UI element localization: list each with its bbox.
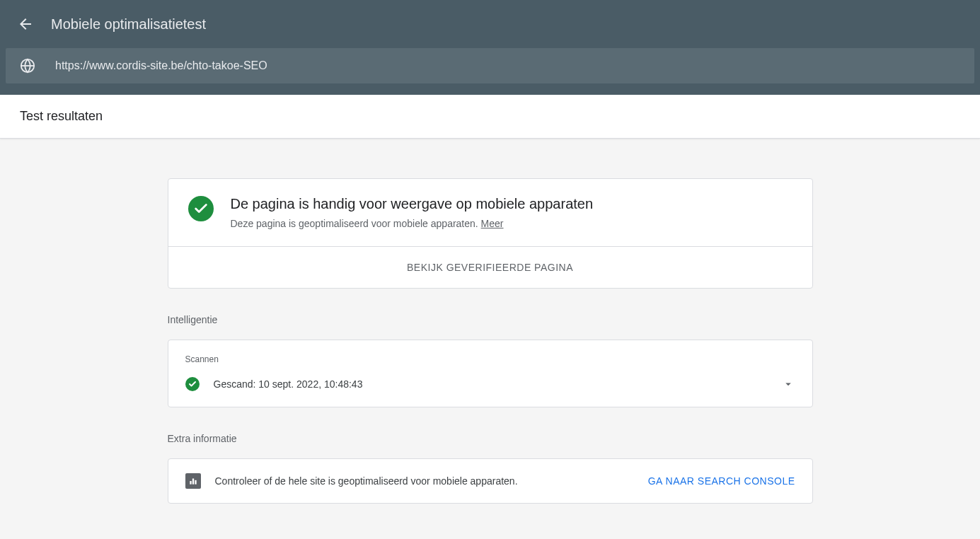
content-area: De pagina is handig voor weergave op mob… <box>0 139 980 504</box>
result-title: De pagina is handig voor weergave op mob… <box>231 196 792 212</box>
url-bar[interactable]: https://www.cordis-site.be/chto-takoe-SE… <box>6 48 974 83</box>
extra-text: Controleer of de hele site is geoptimali… <box>215 475 648 487</box>
url-text: https://www.cordis-site.be/chto-takoe-SE… <box>55 59 267 72</box>
section-label-intelligence: Intelligentie <box>168 314 813 325</box>
header-topbar: Mobiele optimalisatietest <box>0 0 980 48</box>
check-circle-icon <box>185 377 200 391</box>
back-arrow-icon[interactable] <box>17 16 34 33</box>
result-card-action: BEKIJK GEVERIFIEERDE PAGINA <box>168 246 812 288</box>
svg-rect-2 <box>190 481 191 485</box>
svg-rect-4 <box>195 480 196 485</box>
more-link[interactable]: Meer <box>481 218 504 229</box>
check-circle-icon <box>188 196 214 221</box>
tab-bar: Test resultaten <box>0 95 980 139</box>
view-verified-button[interactable]: BEKIJK GEVERIFIEERDE PAGINA <box>407 262 573 273</box>
scan-timestamp: Gescand: 10 sept. 2022, 10:48:43 <box>214 378 781 390</box>
scan-row[interactable]: Gescand: 10 sept. 2022, 10:48:43 <box>185 377 795 391</box>
bar-chart-icon <box>185 473 201 489</box>
scan-label: Scannen <box>185 354 795 364</box>
result-card: De pagina is handig voor weergave op mob… <box>168 178 813 289</box>
result-subtitle: Deze pagina is geoptimaliseerd voor mobi… <box>231 218 792 229</box>
tab-results[interactable]: Test resultaten <box>20 109 960 124</box>
scan-card: Scannen Gescand: 10 sept. 2022, 10:48:43 <box>168 340 813 407</box>
page-title: Mobiele optimalisatietest <box>51 16 206 33</box>
search-console-button[interactable]: GA NAAR SEARCH CONSOLE <box>648 475 795 487</box>
result-summary: De pagina is handig voor weergave op mob… <box>168 179 812 246</box>
svg-rect-3 <box>192 479 193 485</box>
chevron-down-icon <box>781 377 795 391</box>
section-label-extra: Extra informatie <box>168 433 813 444</box>
extra-card: Controleer of de hele site is geoptimali… <box>168 458 813 504</box>
globe-icon <box>20 58 35 74</box>
header: Mobiele optimalisatietest https://www.co… <box>0 0 980 95</box>
